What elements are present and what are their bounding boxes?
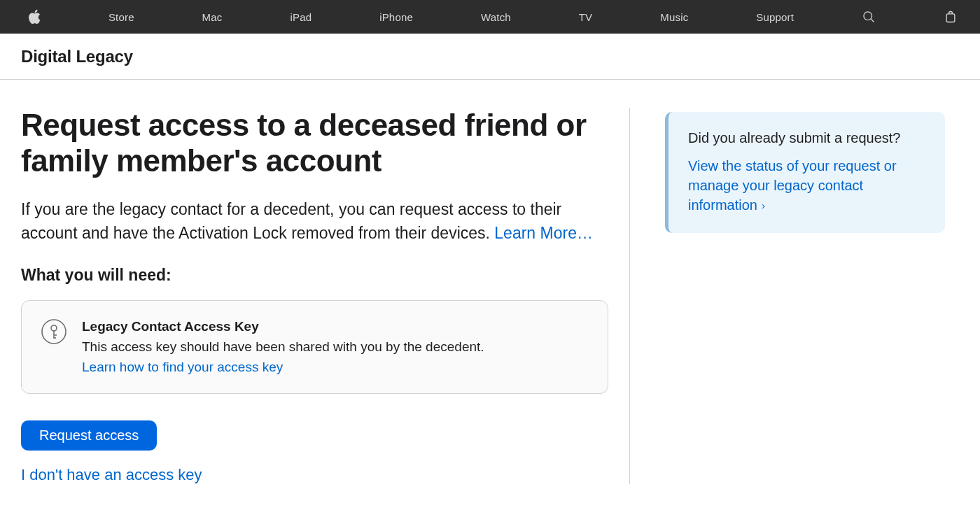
- svg-point-4: [51, 325, 57, 331]
- content-column: Request access to a deceased friend or f…: [21, 108, 630, 484]
- no-access-key-link[interactable]: I don't have an access key: [21, 466, 608, 484]
- request-access-button[interactable]: Request access: [21, 420, 157, 451]
- access-key-title: Legacy Contact Access Key: [82, 319, 484, 334]
- global-nav-inner: Store Mac iPad iPhone Watch TV Music Sup…: [7, 9, 973, 24]
- status-callout: Did you already submit a request? View t…: [665, 112, 945, 233]
- search-icon[interactable]: [862, 10, 876, 24]
- local-nav: Digital Legacy: [0, 34, 980, 80]
- apple-logo-svg: [28, 9, 41, 24]
- view-status-link-text: View the status of your request or manag…: [688, 158, 897, 213]
- main-content: Request access to a deceased friend or f…: [0, 80, 980, 512]
- nav-item-iphone[interactable]: iPhone: [379, 11, 413, 23]
- need-heading: What you will need:: [21, 266, 608, 285]
- access-key-card: Legacy Contact Access Key This access ke…: [21, 300, 608, 395]
- bag-icon[interactable]: [944, 10, 958, 24]
- nav-item-ipad[interactable]: iPad: [290, 11, 312, 23]
- global-nav: Store Mac iPad iPhone Watch TV Music Sup…: [0, 0, 980, 34]
- view-status-link[interactable]: View the status of your request or manag…: [688, 158, 897, 213]
- intro-paragraph: If you are the legacy contact for a dece…: [21, 198, 608, 245]
- nav-item-tv[interactable]: TV: [579, 11, 593, 23]
- svg-rect-2: [946, 14, 955, 22]
- nav-item-watch[interactable]: Watch: [481, 11, 511, 23]
- local-nav-title: Digital Legacy: [21, 47, 133, 66]
- find-access-key-link[interactable]: Learn how to find your access key: [82, 360, 283, 374]
- callout-title: Did you already submit a request?: [688, 130, 925, 146]
- nav-item-store[interactable]: Store: [108, 11, 134, 23]
- key-icon: [41, 319, 66, 344]
- nav-item-support[interactable]: Support: [756, 11, 794, 23]
- svg-line-1: [871, 19, 874, 22]
- apple-logo-icon[interactable]: [28, 9, 41, 24]
- intro-text: If you are the legacy contact for a dece…: [21, 200, 561, 241]
- chevron-right-icon: ›: [759, 199, 765, 211]
- aside-column: Did you already submit a request? View t…: [665, 108, 945, 484]
- learn-more-link[interactable]: Learn More…: [494, 224, 593, 242]
- page-title: Request access to a deceased friend or f…: [21, 108, 595, 178]
- nav-item-mac[interactable]: Mac: [202, 11, 223, 23]
- access-key-card-body: Legacy Contact Access Key This access ke…: [82, 319, 484, 376]
- nav-item-music[interactable]: Music: [660, 11, 688, 23]
- svg-point-0: [864, 12, 872, 20]
- access-key-desc: This access key should have been shared …: [82, 337, 484, 357]
